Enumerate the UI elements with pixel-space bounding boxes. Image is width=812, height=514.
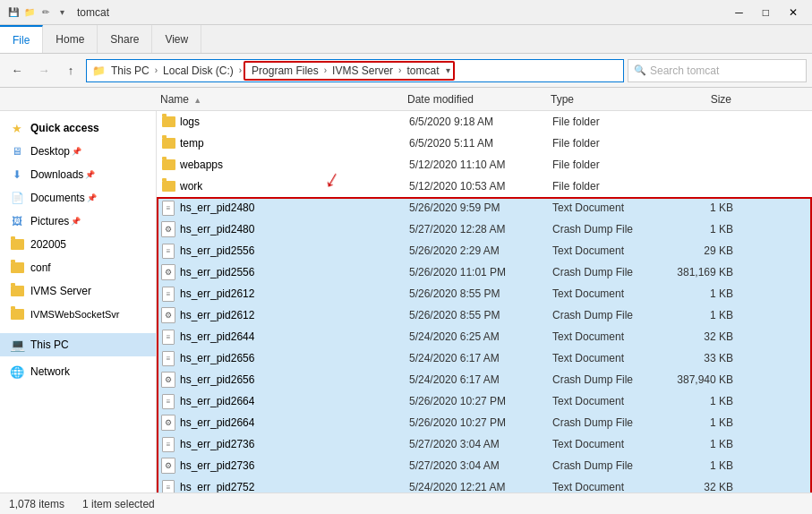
sidebar-item-202005[interactable]: 202005	[0, 233, 156, 256]
table-row[interactable]: ≡ hs_err_pid2644 5/24/2020 6:25 AM Text …	[157, 326, 812, 347]
file-name-cell: ⚙ hs_err_pid2612	[160, 307, 409, 323]
maximize-btn[interactable]: □	[756, 6, 776, 19]
close-btn[interactable]: ✕	[782, 6, 805, 19]
sidebar-item-ivms[interactable]: IVMS Server	[0, 279, 156, 303]
table-row[interactable]: ⚙ hs_err_pid2736 5/27/2020 3:04 AM Crash…	[157, 455, 812, 476]
table-row[interactable]: ⚙ hs_err_pid2656 5/24/2020 6:17 AM Crash…	[157, 369, 812, 390]
breadcrumb-programfiles[interactable]: Program Files	[248, 63, 322, 79]
file-name: hs_err_pid2612	[180, 309, 254, 321]
col-name-header[interactable]: Name ▲	[157, 93, 407, 106]
file-type: Crash Dump File	[552, 309, 669, 321]
tab-file[interactable]: File	[0, 25, 43, 53]
back-button[interactable]: ←	[5, 59, 29, 82]
table-row[interactable]: ⚙ hs_err_pid2664 5/26/2020 10:27 PM Cras…	[157, 412, 812, 433]
folder-conf-icon	[9, 260, 25, 276]
sidebar-item-conf[interactable]: conf	[0, 256, 156, 279]
forward-button[interactable]: →	[32, 59, 56, 82]
sidebar-item-network[interactable]: 🌐 Network	[0, 360, 156, 383]
table-row[interactable]: ≡ hs_err_pid2612 5/26/2020 8:55 PM Text …	[157, 283, 812, 304]
file-size: 1 KB	[669, 459, 740, 472]
file-type-icon: ⚙	[160, 264, 176, 280]
sidebar-item-desktop[interactable]: 🖥 Desktop 📌	[0, 140, 156, 163]
table-row[interactable]: ≡ hs_err_pid2752 5/24/2020 12:21 AM Text…	[157, 476, 812, 493]
file-type-icon: ⚙	[160, 372, 176, 388]
col-modified-header[interactable]: Date modified	[407, 93, 551, 106]
file-type: Text Document	[552, 352, 669, 364]
file-type: File folder	[552, 158, 669, 171]
crash-dump-icon: ⚙	[161, 415, 175, 431]
table-row[interactable]: logs 6/5/2020 9:18 AM File folder	[157, 111, 812, 133]
file-modified: 5/27/2020 3:04 AM	[409, 438, 552, 450]
table-row[interactable]: ≡ hs_err_pid2656 5/24/2020 6:17 AM Text …	[157, 347, 812, 369]
search-box[interactable]: 🔍 Search tomcat	[628, 59, 807, 82]
table-row[interactable]: temp 6/5/2020 5:11 AM File folder	[157, 133, 812, 154]
sidebar-item-documents[interactable]: 📄 Documents 📌	[0, 186, 156, 210]
table-row[interactable]: ≡ hs_err_pid2480 5/26/2020 9:59 PM Text …	[157, 197, 812, 218]
file-name: work	[180, 180, 202, 193]
selected-count: 1 item selected	[82, 498, 155, 510]
file-type-icon	[160, 114, 176, 130]
address-bar[interactable]: 📁 This PC › Local Disk (C:) › Program Fi…	[86, 59, 624, 82]
pin-icon-dl: 📌	[85, 170, 95, 179]
item-count: 1,078 items	[9, 498, 64, 510]
file-name-cell: work	[160, 178, 409, 194]
title-bar: 💾 📁 ✏ ▾ tomcat ─ □ ✕	[0, 0, 812, 25]
sidebar-item-downloads[interactable]: ⬇ Downloads 📌	[0, 163, 156, 186]
downloads-icon: ⬇	[9, 167, 25, 183]
sidebar-item-pictures[interactable]: 🖼 Pictures 📌	[0, 210, 156, 233]
table-row[interactable]: ⚙ hs_err_pid2612 5/26/2020 8:55 PM Crash…	[157, 304, 812, 326]
breadcrumb-tomcat[interactable]: tomcat	[403, 63, 442, 79]
table-row[interactable]: ≡ hs_err_pid2664 5/26/2020 10:27 PM Text…	[157, 390, 812, 412]
file-modified: 5/26/2020 2:29 AM	[409, 244, 552, 257]
save-icon: 💾	[7, 6, 20, 19]
file-modified: 5/27/2020 3:04 AM	[409, 459, 552, 472]
file-type-icon: ⚙	[160, 458, 176, 474]
breadcrumb-ivms[interactable]: IVMS Server	[329, 63, 397, 79]
minimize-btn[interactable]: ─	[728, 6, 750, 19]
table-row[interactable]: webapps 5/12/2020 11:10 AM File folder	[157, 154, 812, 176]
tab-share[interactable]: Share	[98, 25, 152, 53]
file-type: File folder	[552, 137, 669, 150]
file-name: hs_err_pid2644	[180, 330, 254, 343]
file-type-icon: ≡	[160, 200, 176, 216]
file-modified: 5/24/2020 12:21 AM	[409, 481, 552, 493]
file-type-icon: ≡	[160, 479, 176, 493]
tab-view[interactable]: View	[152, 25, 201, 53]
table-row[interactable]: ≡ hs_err_pid2736 5/27/2020 3:04 AM Text …	[157, 433, 812, 455]
text-doc-icon: ≡	[162, 287, 175, 302]
folder-icon: 📁	[23, 6, 36, 19]
breadcrumb-thispc[interactable]: This PC	[107, 63, 153, 79]
edit-icon: ✏	[39, 6, 52, 19]
breadcrumb-localdisk[interactable]: Local Disk (C:)	[159, 63, 237, 79]
pictures-icon: 🖼	[9, 213, 25, 229]
file-type: Text Document	[552, 395, 669, 407]
crash-dump-icon: ⚙	[161, 372, 175, 388]
dropdown-icon[interactable]: ▾	[56, 6, 68, 19]
tab-home[interactable]: Home	[43, 25, 98, 53]
table-row[interactable]: ≡ hs_err_pid2556 5/26/2020 2:29 AM Text …	[157, 240, 812, 261]
col-type-header[interactable]: Type	[551, 93, 667, 106]
table-row[interactable]: ⚙ hs_err_pid2556 5/26/2020 11:01 PM Cras…	[157, 261, 812, 283]
sidebar-quick-access[interactable]: ★ Quick access	[0, 116, 156, 140]
sidebar-item-thispc[interactable]: 💻 This PC	[0, 333, 156, 356]
star-icon: ★	[9, 120, 25, 136]
file-size: 1 KB	[669, 201, 740, 214]
text-doc-icon: ≡	[162, 351, 175, 366]
folder-ws-icon	[9, 306, 25, 322]
file-type-icon: ⚙	[160, 307, 176, 323]
col-size-header[interactable]: Size	[667, 93, 739, 106]
sidebar-item-ivmswebsocket[interactable]: IVMSWebSocketSvr	[0, 303, 156, 326]
file-type: Text Document	[552, 438, 669, 450]
file-modified: 5/12/2020 10:53 AM	[409, 180, 552, 193]
file-name: hs_err_pid2736	[180, 459, 254, 472]
table-row[interactable]: work 5/12/2020 10:53 AM File folder	[157, 176, 812, 197]
up-button[interactable]: ↑	[59, 59, 82, 82]
file-modified: 6/5/2020 9:18 AM	[409, 116, 552, 128]
file-name-cell: ⚙ hs_err_pid2664	[160, 415, 409, 431]
address-row: ← → ↑ 📁 This PC › Local Disk (C:) › Prog…	[0, 54, 812, 88]
table-row[interactable]: ⚙ hs_err_pid2480 5/27/2020 12:28 AM Cras…	[157, 218, 812, 240]
file-name-cell: ≡ hs_err_pid2752	[160, 479, 409, 493]
pin-icon: 📌	[72, 147, 81, 156]
file-name: hs_err_pid2656	[180, 373, 254, 386]
file-type: Crash Dump File	[552, 266, 669, 278]
